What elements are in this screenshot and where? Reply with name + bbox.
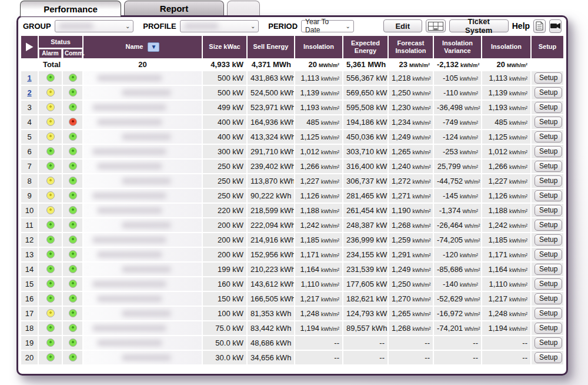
comm-led-green-icon [69,221,77,229]
help-document-button[interactable] [533,19,546,33]
chevron-down-icon: ⌄ [125,23,130,29]
setup-button[interactable]: Setup [534,234,562,245]
insolation-variance-cell: -145kWh/m² [434,189,481,203]
period-select[interactable]: Year To Date ⌄ [301,20,354,32]
profile-select[interactable]: ⌄ [180,20,259,32]
row-number-cell: 10 [21,204,38,217]
page: Performance Report GROUP ⌄ PROFILE ⌄ PER… [0,0,588,385]
forecast-insolation-cell: 1,234kWh/m² [389,115,433,129]
insolation2-header: Insolation [482,36,530,58]
insolation-cell: 1,217kWh/m² [295,292,342,306]
insolation-cell: -- [295,336,342,350]
tab-performance[interactable]: Performance [20,1,121,16]
row-number-cell: 13 [21,248,38,261]
setup-button[interactable]: Setup [534,323,562,334]
expected-energy-cell: 236,999 kWh [343,233,387,247]
setup-cell: Setup [532,292,563,306]
expected-energy-cell: -- [343,336,387,350]
period-label: PERIOD [268,22,298,31]
chevron-down-icon: ⌄ [346,23,350,29]
setup-cell: Setup [532,307,563,320]
setup-button[interactable]: Setup [534,308,562,319]
setup-button[interactable]: Setup [534,161,562,172]
setup-button[interactable]: Setup [534,264,562,275]
plant-number: 14 [25,265,34,274]
row-number-cell: 18 [21,321,38,335]
setup-cell: Setup [532,277,563,291]
name-sort-button[interactable]: ▼ [148,42,159,52]
forecast-insolation-cell: 1,190kWh/m² [389,204,433,217]
group-select[interactable]: ⌄ [55,20,134,32]
sell-energy-cell: 34,656 kWh [248,351,294,364]
alarm-led-green-icon [46,221,55,229]
plant-row-5: 5400 kW413,324 kWh1,125kWh/m²450,036 kWh… [21,130,563,144]
setup-button[interactable]: Setup [534,352,562,363]
row-number-cell: 12 [21,233,38,247]
expected-energy-cell: 569,650 kWh [343,86,387,99]
redacted-name [122,178,171,184]
plant-link[interactable]: 1 [27,74,31,82]
plant-number: 19 [25,338,34,347]
insolation-variance-cell: -26,464Wh/m² [434,218,481,232]
plant-link[interactable]: 2 [27,88,31,97]
setup-button[interactable]: Setup [534,278,562,290]
total-sell-energy: 4,371 MWh [248,59,294,70]
setup-cell: Setup [532,86,563,99]
setup-button[interactable]: Setup [534,249,562,260]
insolation-cell: 485kWh/m² [295,115,342,129]
tab-report[interactable]: Report [124,1,224,15]
forecast-insolation-cell: -- [389,336,433,350]
comm-led-green-icon [69,162,77,170]
expected-energy-cell: 177,605 kWh [343,277,387,291]
sell-energy-cell: 413,324 kWh [248,130,294,144]
forecast-insolation-cell: 1,249kWh/m² [389,263,433,276]
alarm-led-green-icon [46,250,55,258]
grid-view-button[interactable] [426,19,446,32]
insolation2-cell: 1,139kWh/m² [482,86,530,99]
setup-cell: Setup [532,351,563,364]
setup-button[interactable]: Setup [534,190,562,201]
row-number-cell: 11 [21,218,38,232]
setup-button[interactable]: Setup [534,117,562,128]
setup-button[interactable]: Setup [534,220,562,231]
setup-button[interactable]: Setup [534,102,562,113]
alarm-status-cell [39,351,62,364]
insolation-variance-cell: -749kWh/m² [434,115,481,129]
setup-button[interactable]: Setup [534,87,562,98]
expected-energy-cell: 281,465 kWh [343,189,387,203]
sell-energy-cell: 214,916 kWh [248,233,294,247]
comm-status-cell [63,277,82,291]
plant-number: 8 [27,177,31,185]
ticket-system-button[interactable]: Ticket System [449,19,509,32]
sell-energy-cell: 218,599 kWh [248,204,294,217]
setup-button[interactable]: Setup [534,293,562,304]
plant-name-cell-redacted [83,292,202,306]
comm-status-cell [63,336,82,350]
redacted-name [92,148,166,155]
plant-row-11: 11200 kW222,094 kWh1,242kWh/m²248,387 kW… [21,218,563,232]
size-cell: 250 kW [203,160,246,173]
comm-led-green-icon [69,294,77,303]
edit-button[interactable]: Edit [383,19,422,32]
setup-cell: Setup [532,101,563,114]
sell-energy-cell: 239,402 kWh [248,160,294,173]
insolation-cell: 1,012kWh/m² [295,145,342,158]
alarm-led-yellow-icon [46,132,55,141]
insolation2-cell: 1,194kWh/m² [482,321,530,335]
setup-button[interactable]: Setup [534,205,562,216]
setup-button[interactable]: Setup [534,146,562,157]
plant-row-13: 13200 kW152,956 kWh1,171kWh/m²234,155 kW… [21,248,563,261]
setup-button[interactable]: Setup [534,72,562,84]
total-forecast-insolation: 23MWh/m² [389,59,433,70]
comm-led-green-icon [69,265,77,273]
video-camera-button[interactable] [549,19,562,33]
sell-energy-cell: 291,710 kWh [248,145,294,158]
setup-button[interactable]: Setup [534,131,562,142]
insolation-header: Insolation [295,36,342,58]
row-number-cell: 19 [21,336,38,350]
row-number-cell: 15 [21,277,38,291]
setup-button[interactable]: Setup [534,337,562,349]
row-number-cell: 16 [21,292,38,306]
setup-button[interactable]: Setup [534,175,562,187]
size-cell: 200 kW [203,218,246,232]
